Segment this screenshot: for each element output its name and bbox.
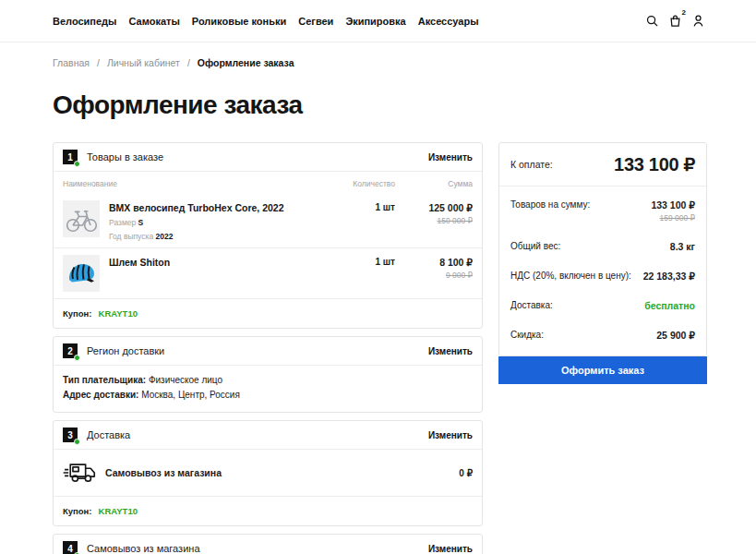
step-number-badge: 4	[63, 541, 78, 554]
product-name[interactable]: Шлем Shiton	[109, 257, 327, 268]
subtotal-value: 133 100 ₽	[651, 199, 695, 211]
cart-icon[interactable]: 2	[667, 14, 682, 29]
section-order-items-header: 1 Товары в заказе Изменить	[54, 143, 482, 171]
edit-pickup-button[interactable]: Изменить	[428, 544, 473, 554]
product-sum: 8 100 ₽ 9 000 ₽	[395, 255, 473, 292]
section-order-items: 1 Товары в заказе Изменить Наименование …	[53, 142, 483, 329]
section-pickup-header: 4 Самовывоз из магазина Изменить	[54, 535, 482, 554]
product-info: BMX велосипед TurboHex Core, 2022 Размер…	[109, 200, 327, 241]
discount-value: 25 900 ₽	[656, 330, 695, 341]
search-icon[interactable]	[644, 14, 659, 29]
nav-item-scooters[interactable]: Самокаты	[129, 16, 180, 27]
breadcrumb-current: Оформление заказа	[198, 57, 294, 68]
breadcrumb-separator: /	[187, 57, 190, 68]
nav-item-equipment[interactable]: Экипировка	[345, 16, 405, 27]
product-old-price: 9 000 ₽	[395, 271, 473, 280]
column-quantity: Количество	[327, 179, 395, 188]
nav-item-bicycles[interactable]: Велосипеды	[53, 16, 117, 27]
checkout-page: Велосипеды Самокаты Роликовые коньки Сег…	[0, 0, 756, 554]
step-number-badge: 2	[63, 343, 78, 358]
summary-rows: Товаров на сумму: 133 100 ₽ 159 000 ₽ Об…	[499, 187, 706, 355]
coupon-label: Купон:	[63, 308, 92, 319]
coupon-row: Купон: KRAYT10	[54, 496, 482, 525]
breadcrumb-home[interactable]: Главная	[53, 57, 90, 68]
delivery-truck-icon	[63, 461, 97, 485]
product-attr-year: Год выпуска 2022	[109, 232, 327, 241]
coupon-value: KRAYT10	[99, 308, 138, 319]
product-name[interactable]: BMX велосипед TurboHex Core, 2022	[109, 202, 327, 213]
delivery-address-row: Адрес доставки: Москва, Центр, Россия	[63, 388, 473, 403]
delivery-price: 0 ₽	[459, 468, 473, 478]
section-delivery: 3 Доставка Изменить Самовывоз из магазин…	[53, 420, 483, 526]
checkout-content: 1 Товары в заказе Изменить Наименование …	[0, 120, 756, 554]
summary-row-weight: Общий вес: 8.3 кг	[499, 232, 706, 261]
place-order-button[interactable]: Оформить заказ	[498, 356, 707, 384]
order-summary-box: К оплате: 133 100 ₽ Товаров на сумму: 13…	[498, 142, 707, 356]
product-quantity: 1 шт	[327, 255, 395, 292]
product-image-helmet[interactable]	[63, 255, 100, 292]
checkout-steps: 1 Товары в заказе Изменить Наименование …	[53, 142, 483, 554]
product-sum: 125 000 ₽ 150 000 ₽	[395, 200, 473, 241]
edit-delivery-button[interactable]: Изменить	[428, 430, 473, 440]
main-nav: Велосипеды Самокаты Роликовые коньки Сег…	[53, 16, 479, 27]
summary-row-vat: НДС (20%, включен в цену): 22 183,33 ₽	[499, 261, 706, 291]
section-pickup: 4 Самовывоз из магазина Изменить Sport №…	[53, 534, 483, 554]
region-details: Тип плательщика: Физическое лицо Адрес д…	[54, 366, 482, 412]
nav-item-accessories[interactable]: Аксессуары	[418, 16, 479, 27]
total-label: К оплате:	[510, 159, 553, 170]
site-header: Велосипеды Самокаты Роликовые коньки Сег…	[0, 0, 756, 42]
column-sum: Сумма	[395, 179, 473, 188]
breadcrumb: Главная / Личный кабинет / Оформление за…	[0, 42, 756, 68]
delivery-method-name: Самовывоз из магазина	[105, 467, 222, 478]
product-old-price: 150 000 ₽	[395, 216, 473, 225]
step-complete-icon	[74, 439, 80, 445]
summary-row-subtotal: Товаров на сумму: 133 100 ₽ 159 000 ₽	[499, 190, 706, 232]
section-title: Регион доставки	[87, 345, 164, 356]
coupon-label: Купон:	[63, 506, 92, 516]
coupon-value: KRAYT10	[99, 506, 138, 516]
vat-value: 22 183,33 ₽	[643, 271, 695, 282]
table-row: Шлем Shiton 1 шт 8 100 ₽ 9 000 ₽	[54, 247, 482, 298]
product-info: Шлем Shiton	[109, 255, 327, 292]
step-complete-icon	[74, 355, 80, 361]
delivery-method-row: Самовывоз из магазина 0 ₽	[54, 450, 482, 496]
breadcrumb-account[interactable]: Личный кабинет	[107, 57, 180, 68]
section-delivery-region: 2 Регион доставки Изменить Тип плательщи…	[53, 336, 483, 413]
section-delivery-header: 3 Доставка Изменить	[54, 421, 482, 449]
nav-item-segways[interactable]: Сегвеи	[298, 16, 333, 27]
section-title: Доставка	[87, 429, 130, 440]
step-number-badge: 1	[63, 150, 78, 164]
section-title: Товары в заказе	[87, 151, 163, 163]
section-delivery-region-header: 2 Регион доставки Изменить	[54, 337, 482, 365]
user-icon[interactable]	[690, 14, 705, 29]
page-title: Оформление заказа	[0, 68, 756, 120]
total-row: К оплате: 133 100 ₽	[499, 143, 706, 186]
summary-row-discount: Скидка: 25 900 ₽	[499, 320, 706, 350]
column-name: Наименование	[63, 179, 327, 188]
header-icons: 2	[644, 14, 705, 29]
product-attr-size: Размер S	[109, 218, 327, 227]
section-title: Самовывоз из магазина	[87, 543, 200, 554]
delivery-value: бесплатно	[644, 300, 695, 311]
total-value: 133 100 ₽	[614, 153, 695, 175]
edit-region-button[interactable]: Изменить	[428, 346, 473, 356]
step-complete-icon	[74, 161, 80, 167]
nav-item-rollerblades[interactable]: Роликовые коньки	[192, 16, 286, 27]
product-quantity: 1 шт	[327, 200, 395, 241]
order-summary-panel: К оплате: 133 100 ₽ Товаров на сумму: 13…	[498, 142, 707, 384]
subtotal-old-value: 159 000 ₽	[651, 213, 695, 223]
coupon-row: Купон: KRAYT10	[54, 298, 482, 328]
product-image-bike[interactable]	[63, 200, 100, 237]
table-row: BMX велосипед TurboHex Core, 2022 Размер…	[54, 194, 482, 247]
breadcrumb-separator: /	[97, 57, 100, 68]
weight-value: 8.3 кг	[670, 241, 695, 252]
edit-items-button[interactable]: Изменить	[428, 152, 473, 163]
items-table-header: Наименование Количество Сумма	[54, 172, 482, 194]
product-price: 125 000 ₽	[395, 202, 473, 213]
summary-row-delivery: Доставка: бесплатно	[499, 291, 706, 320]
step-number-badge: 3	[63, 428, 78, 442]
cart-count-badge: 2	[682, 8, 686, 17]
product-price: 8 100 ₽	[395, 257, 473, 268]
payer-type-row: Тип плательщика: Физическое лицо	[63, 373, 473, 388]
